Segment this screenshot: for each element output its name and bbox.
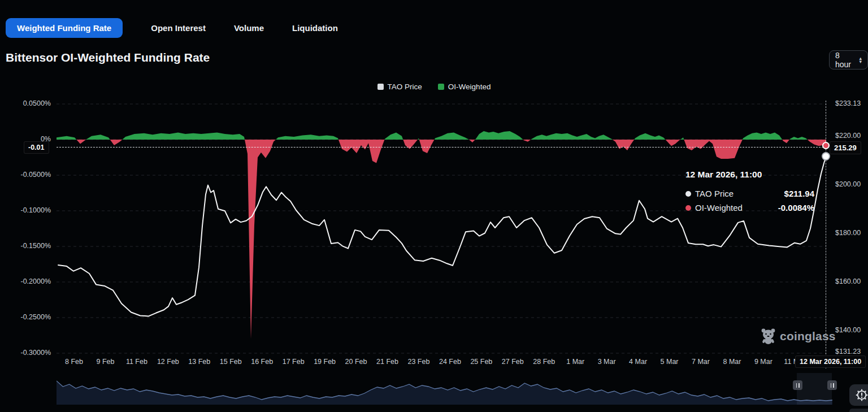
navigator-right-handle[interactable] xyxy=(827,380,837,390)
x-axis-tick: 4 Mar xyxy=(629,358,647,366)
x-axis-tick: 25 Feb xyxy=(470,358,492,366)
funding-last-point-marker xyxy=(822,142,830,149)
x-axis-tick: 8 Mar xyxy=(723,358,741,366)
x-axis-tick: 21 Feb xyxy=(376,358,398,366)
gear-alert-icon xyxy=(856,389,868,401)
partial-button[interactable] xyxy=(849,409,868,412)
chart-legend: TAO Price OI-Weighted xyxy=(0,83,868,91)
crosshair-right-value-label: 215.29 xyxy=(830,141,861,154)
left-axis-tick: -0.2000% xyxy=(0,277,51,285)
chart-settings-button[interactable] xyxy=(849,384,868,406)
interval-select-value: 8 hour xyxy=(835,51,855,69)
chart-tooltip: 12 Mar 2026, 11:00 TAO Price $211.94 OI-… xyxy=(685,170,814,217)
x-axis-tick: 13 Feb xyxy=(188,358,210,366)
red-bullet-icon xyxy=(685,205,691,211)
x-axis-tick: 19 Feb xyxy=(314,358,336,366)
tooltip-row-oi-weighted: OI-Weighted -0.0084% xyxy=(685,203,814,212)
updown-chevrons-icon: ▴▾ xyxy=(859,57,862,63)
right-axis-tick: $220.00 xyxy=(835,132,861,140)
price-last-point-marker xyxy=(822,152,830,161)
tab-weighted-funding-rate[interactable]: Weighted Funding Rate xyxy=(6,18,123,38)
x-axis-tick: 5 Mar xyxy=(661,358,679,366)
left-axis-tick: -0.0500% xyxy=(0,171,51,179)
right-axis-tick: $140.00 xyxy=(835,326,861,334)
left-axis-tick: -0.3000% xyxy=(0,349,51,357)
x-axis-tick: 8 Feb xyxy=(65,358,83,366)
interval-select[interactable]: 8 hour ▴▾ xyxy=(829,50,868,70)
crosshair-date-label: 12 Mar 2026, 11:00 xyxy=(795,355,866,368)
coinglass-funding-rate-page: Weighted Funding Rate Open Interest Volu… xyxy=(0,0,868,412)
drag-handle-icon xyxy=(798,383,800,388)
page-title: Bittensor OI-Weighted Funding Rate xyxy=(6,51,210,64)
x-axis-tick: 3 Mar xyxy=(598,358,616,366)
crosshair-horizontal-line xyxy=(57,147,826,148)
x-axis-tick: 15 Feb xyxy=(220,358,242,366)
right-axis-tick: $233.13 xyxy=(835,99,861,107)
x-axis-tick: 17 Feb xyxy=(283,358,305,366)
chart-tab-bar: Weighted Funding Rate Open Interest Volu… xyxy=(6,18,338,38)
drag-handle-icon xyxy=(833,383,834,388)
range-navigator[interactable] xyxy=(57,373,832,405)
x-axis-tick: 1 Mar xyxy=(566,358,584,366)
x-axis-tick: 27 Feb xyxy=(502,358,524,366)
tooltip-series-label: TAO Price xyxy=(695,189,734,198)
left-axis-tick: 0.0500% xyxy=(0,99,51,107)
tooltip-row-tao-price: TAO Price $211.94 xyxy=(685,189,814,198)
legend-swatch-green-icon xyxy=(438,84,444,90)
legend-label: TAO Price xyxy=(388,83,422,91)
white-bullet-icon xyxy=(685,191,691,197)
drag-handle-icon xyxy=(796,383,797,388)
x-axis-tick: 28 Feb xyxy=(533,358,555,366)
legend-item-oi-weighted[interactable]: OI-Weighted xyxy=(438,83,491,91)
right-axis-tick: $180.00 xyxy=(835,229,861,237)
x-axis-tick: 23 Feb xyxy=(407,358,429,366)
crosshair-left-value-label: -0.01 xyxy=(24,141,49,154)
left-axis-tick: -0.2500% xyxy=(0,313,51,321)
tooltip-series-value: -0.0084% xyxy=(778,203,814,212)
x-axis-tick: 9 Feb xyxy=(96,358,114,366)
x-axis-tick: 20 Feb xyxy=(345,358,367,366)
x-axis-tick: 7 Mar xyxy=(692,358,710,366)
right-axis-tick: $160.00 xyxy=(835,277,861,285)
x-axis-tick: 16 Feb xyxy=(251,358,273,366)
tooltip-series-value: $211.94 xyxy=(784,189,814,198)
left-axis-tick: -0.1000% xyxy=(0,206,51,214)
tab-volume[interactable]: Volume xyxy=(234,23,264,33)
left-axis-tick: -0.1500% xyxy=(0,242,51,250)
x-axis-tick: 24 Feb xyxy=(439,358,461,366)
legend-swatch-white-icon xyxy=(377,84,384,90)
legend-item-tao-price[interactable]: TAO Price xyxy=(377,83,422,91)
tab-liquidation[interactable]: Liquidation xyxy=(292,23,338,33)
navigator-left-handle[interactable] xyxy=(793,380,802,390)
tooltip-series-label: OI-Weighted xyxy=(695,203,743,212)
drag-handle-icon xyxy=(831,383,832,388)
right-axis-tick: $200.00 xyxy=(835,180,861,188)
tooltip-date: 12 Mar 2026, 11:00 xyxy=(685,170,814,180)
coinglass-bear-logo-icon xyxy=(761,328,776,345)
coinglass-watermark: coinglass xyxy=(761,328,836,345)
x-axis-tick: 9 Mar xyxy=(754,358,772,366)
x-axis-tick: 11 Feb xyxy=(126,358,147,366)
main-chart-plot[interactable] xyxy=(57,101,826,357)
tab-open-interest[interactable]: Open Interest xyxy=(151,23,206,33)
x-axis-tick: 12 Feb xyxy=(157,358,179,366)
watermark-text: coinglass xyxy=(780,329,836,343)
right-axis-tick: $131.23 xyxy=(835,348,861,355)
legend-label: OI-Weighted xyxy=(448,83,491,91)
